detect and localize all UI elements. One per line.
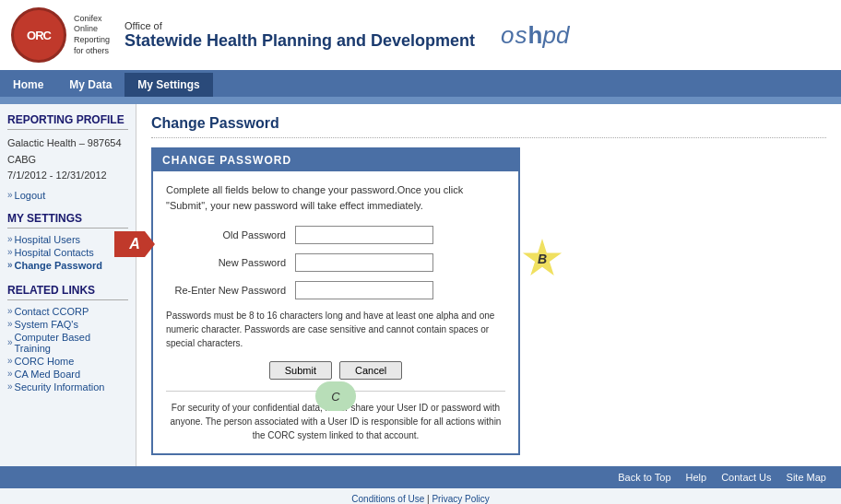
main-content: Change Password CHANGE PASSWORD Complete… (136, 104, 841, 466)
footer-contact-us[interactable]: Contact Us (721, 472, 771, 483)
facility-type: CABG (7, 154, 36, 165)
cancel-button[interactable]: Cancel (339, 361, 402, 380)
old-password-input[interactable] (295, 226, 433, 244)
new-password-input[interactable] (295, 253, 433, 272)
new-password-label: New Password (166, 257, 295, 268)
star-shape-b: B (522, 239, 563, 279)
form-actions: Submit Cancel (166, 361, 505, 380)
facility-name: Galactic Health (7, 137, 77, 148)
header-title: Office of Statewide Health Planning and … (124, 20, 475, 51)
logo-icon: ORC (11, 7, 66, 63)
facility-id: 987654 (88, 137, 122, 148)
password-rules: Passwords must be 8 to 16 characters lon… (166, 309, 505, 350)
sidebar-change-password[interactable]: » Change Password (7, 260, 128, 271)
form-wrapper: A B Old Password New Password (166, 226, 505, 299)
sidebar-security-info[interactable]: » Security Information (7, 381, 128, 393)
arrow-shape-a: A (114, 231, 155, 257)
logo-text: Conifex Online Reporting for others (74, 14, 110, 57)
main-title-label: Statewide Health Planning and Developmen… (124, 31, 475, 51)
cloud-shape-c: C (315, 381, 356, 411)
my-settings-title: MY SETTINGS (7, 212, 128, 229)
new-password-row: New Password (166, 253, 505, 272)
office-of-label: Office of (124, 20, 475, 31)
old-password-label: Old Password (166, 229, 295, 240)
page-header: ORC Conifex Online Reporting for others … (0, 0, 841, 73)
related-links-title: RELATED LINKS (7, 284, 128, 300)
change-pw-body: Complete all fields below to change your… (153, 171, 518, 453)
accent-bar (0, 97, 841, 104)
sidebar-system-faqs[interactable]: » System FAQ's (7, 319, 128, 330)
content-area: REPORTING PROFILE Galactic Health – 9876… (0, 104, 841, 466)
annotation-c: C (315, 381, 356, 411)
annotation-b: B (522, 239, 563, 279)
re-enter-password-input[interactable] (295, 281, 433, 299)
footer-help[interactable]: Help (686, 472, 707, 483)
old-password-row: Old Password (166, 226, 505, 244)
privacy-policy-link[interactable]: Privacy Policy (432, 494, 489, 504)
submit-button[interactable]: Submit (269, 361, 332, 380)
nav-my-settings[interactable]: My Settings (124, 73, 212, 97)
reporting-profile-title: REPORTING PROFILE (7, 113, 128, 130)
change-password-box: CHANGE PASSWORD Complete all fields belo… (151, 147, 520, 455)
sidebar-hospital-users[interactable]: » Hospital Users (7, 234, 128, 245)
conditions-of-use-link[interactable]: Conditions of Use (351, 494, 424, 504)
sidebar-ca-med-board[interactable]: » CA Med Board (7, 369, 128, 380)
logout-chevron: » (7, 190, 13, 200)
footer-back-to-top[interactable]: Back to Top (618, 472, 670, 483)
security-note-wrapper: C For security of your confidential data… (166, 391, 505, 442)
sidebar-contact-ccorp[interactable]: » Contact CCORP (7, 306, 128, 317)
oshpd-logo: oshpd (501, 21, 569, 50)
re-enter-password-row: Re-Enter New Password (166, 281, 505, 299)
re-enter-password-label: Re-Enter New Password (166, 285, 295, 296)
sidebar-cbt[interactable]: » Computer Based Training (7, 332, 128, 354)
annotation-a: A (114, 231, 155, 257)
facility-info: Galactic Health – 987654 CABG 7/1/2012 -… (7, 135, 128, 184)
nav-home[interactable]: Home (0, 73, 56, 97)
change-pw-description: Complete all fields below to change your… (166, 182, 505, 213)
footer-bottom: Conditions of Use | Privacy Policy Copyr… (0, 488, 841, 504)
change-pw-box-title: CHANGE PASSWORD (153, 149, 518, 171)
logo-area: ORC Conifex Online Reporting for others (11, 7, 110, 63)
sidebar-corc-home[interactable]: » CORC Home (7, 356, 128, 367)
date-range: 7/1/2012 - 12/31/2012 (7, 170, 107, 181)
nav-my-data[interactable]: My Data (56, 73, 124, 97)
sidebar-hospital-contacts[interactable]: » Hospital Contacts (7, 247, 128, 258)
page-title: Change Password (151, 115, 826, 138)
footer-top: Back to Top Help Contact Us Site Map (0, 466, 841, 488)
main-navbar: Home My Data My Settings (0, 73, 841, 97)
footer-site-map[interactable]: Site Map (787, 472, 826, 483)
sidebar: REPORTING PROFILE Galactic Health – 9876… (0, 104, 136, 466)
logout-link[interactable]: » Logout (7, 190, 128, 201)
